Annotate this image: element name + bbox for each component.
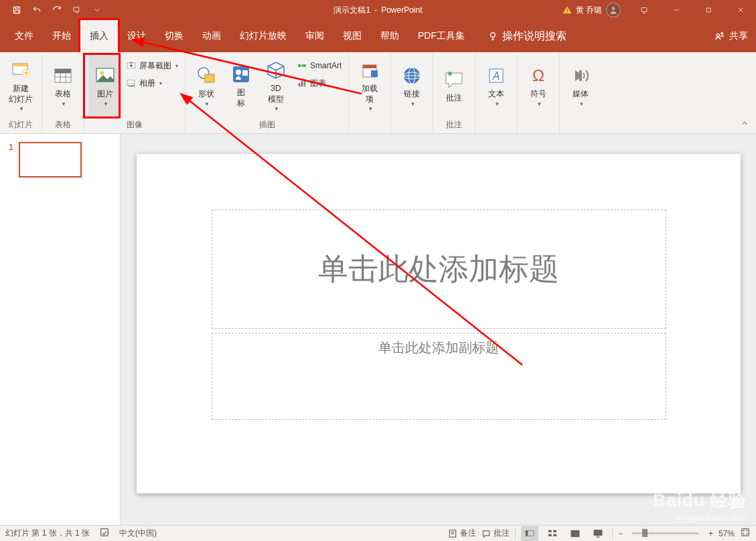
ribbon-display-options[interactable] bbox=[629, 0, 660, 20]
svg-rect-42 bbox=[299, 83, 301, 86]
group-illustrations: 形状 ▼ 图 标 3D 模型 ▼ SmartArt 图表 bbox=[185, 52, 349, 133]
smartart-button[interactable]: SmartArt bbox=[294, 58, 344, 74]
group-comments: 批注 批注 bbox=[433, 52, 475, 133]
tab-help[interactable]: 帮助 bbox=[371, 20, 408, 52]
addins-button[interactable]: 加载 项 ▼ bbox=[353, 55, 386, 117]
svg-rect-39 bbox=[242, 70, 248, 76]
subtitle-placeholder[interactable]: 单击此处添加副标题 bbox=[212, 333, 666, 420]
slide-thumbnail[interactable]: 1 bbox=[5, 142, 115, 177]
slide-count-status[interactable]: 幻灯片 第 1 张，共 1 张 bbox=[5, 528, 90, 539]
slideshow-view-button[interactable] bbox=[589, 526, 607, 541]
slide-canvas-area[interactable]: 单击此处添加标题 单击此处添加副标题 bbox=[121, 134, 756, 525]
redo-button[interactable] bbox=[48, 1, 66, 19]
close-button[interactable] bbox=[725, 0, 756, 20]
tab-home[interactable]: 开始 bbox=[43, 20, 80, 52]
tab-transitions[interactable]: 切换 bbox=[155, 20, 193, 52]
svg-point-12 bbox=[491, 33, 496, 37]
group-label: 幻灯片 bbox=[9, 118, 33, 133]
svg-rect-67 bbox=[571, 530, 579, 536]
reading-view-button[interactable] bbox=[566, 526, 584, 541]
text-button[interactable]: A 文本 ▼ bbox=[479, 55, 513, 117]
svg-rect-64 bbox=[553, 530, 556, 532]
text-icon: A bbox=[485, 64, 507, 88]
thumbnail-preview bbox=[19, 142, 82, 177]
chevron-down-icon: ▼ bbox=[204, 101, 210, 108]
table-button[interactable]: 表格 ▼ bbox=[46, 55, 80, 117]
svg-rect-62 bbox=[526, 530, 528, 536]
link-button[interactable]: 链接 ▼ bbox=[395, 55, 429, 117]
symbol-button[interactable]: Ω 符号 ▼ bbox=[522, 55, 555, 117]
group-label: 插图 bbox=[259, 118, 275, 133]
svg-rect-47 bbox=[371, 70, 378, 77]
slide-sorter-view-button[interactable] bbox=[544, 526, 561, 541]
group-label: 图像 bbox=[127, 118, 143, 133]
spellcheck-button[interactable] bbox=[99, 527, 110, 540]
svg-rect-27 bbox=[55, 69, 71, 73]
minimize-button[interactable] bbox=[661, 0, 692, 20]
svg-rect-4 bbox=[566, 9, 567, 11]
tab-file[interactable]: 文件 bbox=[5, 20, 43, 52]
photo-album-button[interactable]: 相册▾ bbox=[123, 75, 181, 91]
comments-button[interactable]: 批注 bbox=[481, 528, 510, 539]
app-name: PowerPoint bbox=[381, 5, 422, 15]
collapse-ribbon-button[interactable] bbox=[740, 119, 749, 131]
save-button[interactable] bbox=[8, 1, 25, 19]
smartart-icon bbox=[297, 60, 307, 71]
zoom-slider[interactable] bbox=[632, 532, 699, 534]
chevron-down-icon: ▼ bbox=[536, 101, 542, 108]
tell-me-search[interactable]: 操作说明搜索 bbox=[487, 29, 566, 44]
comment-button[interactable]: 批注 bbox=[437, 55, 471, 117]
screenshot-icon bbox=[126, 60, 137, 71]
chart-button[interactable]: 图表 bbox=[294, 75, 344, 91]
svg-rect-7 bbox=[641, 8, 647, 12]
svg-rect-43 bbox=[301, 81, 303, 86]
user-account[interactable]: 黄 乔璐 bbox=[556, 3, 627, 17]
tab-animations[interactable]: 动画 bbox=[193, 20, 230, 52]
notes-button[interactable]: 备注 bbox=[448, 528, 476, 539]
slide[interactable]: 单击此处添加标题 单击此处添加副标题 bbox=[137, 154, 741, 493]
svg-point-31 bbox=[130, 64, 133, 67]
chevron-down-icon: ▼ bbox=[103, 101, 108, 108]
new-slide-button[interactable]: 新建 幻灯片 ▼ bbox=[4, 55, 37, 117]
user-name: 黄 乔璐 bbox=[576, 5, 602, 16]
group-media: 媒体 ▼ bbox=[560, 52, 601, 133]
media-button[interactable]: 媒体 ▼ bbox=[564, 55, 597, 117]
tab-review[interactable]: 审阅 bbox=[296, 20, 333, 52]
chart-icon bbox=[297, 78, 307, 88]
share-button[interactable]: 共享 bbox=[714, 30, 748, 42]
chevron-down-icon: ▼ bbox=[579, 101, 584, 108]
icons-button[interactable]: 图 标 bbox=[224, 55, 258, 117]
screenshot-button[interactable]: 屏幕截图▾ bbox=[123, 58, 181, 74]
group-slides: 新建 幻灯片 ▼ 幻灯片 bbox=[0, 52, 42, 133]
chevron-down-icon: ▼ bbox=[368, 106, 373, 112]
svg-rect-5 bbox=[566, 12, 567, 13]
share-icon bbox=[714, 31, 725, 42]
title-placeholder[interactable]: 单击此处添加标题 bbox=[212, 210, 666, 329]
start-from-beginning-button[interactable] bbox=[68, 1, 86, 19]
tab-design[interactable]: 设计 bbox=[118, 20, 155, 52]
tab-pdf-tools[interactable]: PDF工具集 bbox=[408, 20, 474, 52]
svg-rect-63 bbox=[548, 530, 552, 532]
picture-button[interactable]: 图片 ▼ bbox=[88, 55, 122, 117]
tab-slideshow[interactable]: 幻灯片放映 bbox=[230, 20, 296, 52]
fit-to-window-button[interactable] bbox=[740, 527, 751, 540]
shapes-button[interactable]: 形状 ▼ bbox=[190, 55, 223, 117]
svg-point-38 bbox=[236, 70, 241, 75]
zoom-in-button[interactable]: + bbox=[708, 529, 713, 538]
maximize-button[interactable] bbox=[693, 0, 724, 20]
warning-icon bbox=[562, 5, 572, 15]
undo-button[interactable] bbox=[28, 1, 46, 19]
language-status[interactable]: 中文(中国) bbox=[119, 528, 157, 539]
tab-insert[interactable]: 插入 bbox=[80, 20, 118, 52]
zoom-level[interactable]: 57% bbox=[719, 529, 735, 538]
svg-rect-46 bbox=[363, 65, 376, 68]
qat-customize[interactable] bbox=[88, 1, 106, 19]
3d-models-button[interactable]: 3D 模型 ▼ bbox=[259, 55, 293, 117]
zoom-out-button[interactable]: − bbox=[618, 529, 623, 538]
normal-view-button[interactable] bbox=[521, 526, 538, 541]
tab-view[interactable]: 视图 bbox=[333, 20, 371, 52]
cube-icon bbox=[265, 58, 287, 82]
svg-rect-32 bbox=[130, 62, 133, 64]
svg-rect-34 bbox=[129, 86, 135, 86]
svg-text:A: A bbox=[492, 70, 500, 82]
